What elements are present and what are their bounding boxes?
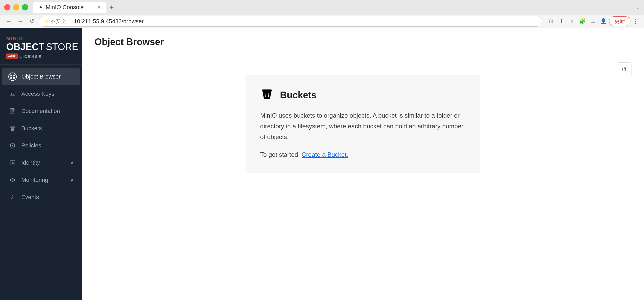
- update-button[interactable]: 更新: [609, 16, 630, 26]
- create-bucket-link[interactable]: Create a Bucket.: [302, 151, 348, 158]
- address-bar[interactable]: ⚠ 不安全 | 10.211.55.9:45433/browser: [39, 16, 542, 27]
- sidebar-item-access-keys[interactable]: Access Keys: [2, 86, 80, 102]
- sidebar-item-monitoring[interactable]: Monitoring ∨: [2, 172, 80, 188]
- sidebar-item-label: Object Browser: [21, 73, 61, 80]
- info-card-title: Buckets: [280, 90, 317, 101]
- translate-button[interactable]: ⊡: [546, 16, 556, 26]
- sidebar-nav: Object Browser Access Keys: [0, 65, 82, 300]
- window-menu[interactable]: ⌄: [635, 4, 640, 10]
- title-bar: ✦ MinIO Console ✕ + ⌄: [0, 0, 644, 15]
- refresh-button[interactable]: ↺: [617, 62, 631, 77]
- svg-rect-3: [13, 77, 15, 79]
- info-card-body: MinIO uses buckets to organize objects. …: [260, 110, 466, 160]
- traffic-light-green[interactable]: [22, 4, 28, 10]
- bucket-icon: [260, 87, 274, 103]
- tab-close-button[interactable]: ✕: [97, 4, 101, 10]
- main-header: Object Browser: [82, 28, 644, 54]
- doc-icon: [8, 107, 17, 115]
- svg-point-5: [11, 93, 12, 95]
- svg-line-20: [14, 128, 14, 130]
- grid-icon: [8, 73, 17, 81]
- license-label: AGPL LICENSE: [6, 53, 76, 59]
- browser-chrome: ✦ MinIO Console ✕ + ⌄ ← → ↺ ⚠ 不安全 | 10.2…: [0, 0, 644, 28]
- license-text: LICENSE: [19, 54, 42, 59]
- svg-line-18: [11, 128, 12, 130]
- browser-menu-button[interactable]: ⋮: [631, 16, 640, 26]
- svg-line-34: [265, 93, 265, 97]
- browser-toolbar: ← → ↺ ⚠ 不安全 | 10.211.55.9:45433/browser …: [0, 15, 644, 28]
- lambda-icon: λ: [8, 193, 17, 201]
- sidebar-item-label: Monitoring: [21, 177, 48, 183]
- monitoring-icon: [8, 176, 17, 184]
- bookmark-button[interactable]: ☆: [567, 16, 577, 26]
- svg-rect-2: [10, 77, 12, 79]
- app-layout: MIN|O OBJECT STORE AGPL LICENSE: [0, 28, 644, 300]
- sidebar: MIN|O OBJECT STORE AGPL LICENSE: [0, 28, 82, 300]
- bucket-nav-icon: [8, 124, 17, 133]
- info-card-cta: To get started, Create a Bucket.: [260, 149, 466, 160]
- sidebar-item-label: Buckets: [21, 125, 42, 132]
- active-tab[interactable]: ✦ MinIO Console ✕: [33, 2, 106, 13]
- identity-icon: [8, 159, 17, 167]
- new-tab-button[interactable]: +: [106, 2, 117, 13]
- main-body: ↺ Buckets MinIO uses b: [82, 54, 644, 300]
- sidebar-item-label: Policies: [21, 142, 41, 149]
- page-title: Object Browser: [94, 37, 631, 47]
- info-card-header: Buckets: [260, 87, 466, 103]
- shield-icon: [8, 141, 17, 150]
- toolbar-actions: ⊡ ⬆ ☆ 🧩 ▭ 👤 更新 ⋮: [546, 16, 640, 26]
- store-text: STORE: [46, 41, 78, 52]
- reader-view-button[interactable]: ▭: [588, 16, 598, 26]
- agpl-badge: AGPL: [6, 53, 18, 59]
- sidebar-item-object-browser[interactable]: Object Browser: [2, 68, 80, 85]
- sidebar-item-label: Identity: [21, 159, 40, 166]
- back-button[interactable]: ←: [4, 17, 14, 26]
- security-warning-icon: ⚠: [44, 19, 48, 24]
- id-card-icon: [8, 90, 17, 98]
- address-warning-text: 不安全: [50, 18, 66, 25]
- sidebar-item-policies[interactable]: Policies: [2, 137, 80, 154]
- address-url: 10.211.55.9:45433/browser: [74, 18, 144, 25]
- sidebar-item-identity[interactable]: Identity ∨: [2, 154, 80, 171]
- svg-rect-33: [262, 89, 272, 92]
- sidebar-logo: MIN|O OBJECT STORE AGPL LICENSE: [0, 28, 82, 65]
- svg-rect-1: [13, 75, 15, 76]
- tab-title: MinIO Console: [46, 4, 84, 11]
- tab-bar: ✦ MinIO Console ✕ +: [33, 2, 635, 13]
- address-separator: |: [69, 18, 71, 25]
- sidebar-item-events[interactable]: λ Events: [2, 189, 80, 206]
- sidebar-item-label: Documentation: [21, 108, 60, 115]
- main-content: Object Browser ↺ Buckets: [82, 28, 644, 300]
- sidebar-item-label: Access Keys: [21, 91, 54, 97]
- object-store-label: OBJECT STORE: [6, 41, 76, 52]
- share-button[interactable]: ⬆: [557, 16, 566, 26]
- svg-point-28: [12, 179, 13, 181]
- object-text: OBJECT: [6, 41, 44, 52]
- svg-point-21: [12, 145, 13, 146]
- svg-rect-0: [10, 75, 12, 76]
- reload-button[interactable]: ↺: [27, 17, 37, 26]
- info-card-description: MinIO uses buckets to organize objects. …: [260, 110, 466, 142]
- cta-text: To get started,: [260, 151, 300, 158]
- monitoring-chevron-icon: ∨: [70, 177, 74, 183]
- sidebar-item-buckets[interactable]: Buckets: [2, 120, 80, 137]
- minio-brand: MIN|O: [6, 35, 76, 41]
- extensions-button[interactable]: 🧩: [578, 16, 587, 26]
- minio-tab-icon: ✦: [39, 4, 43, 10]
- forward-button[interactable]: →: [16, 17, 25, 26]
- traffic-light-yellow[interactable]: [13, 4, 19, 10]
- svg-line-36: [269, 93, 269, 97]
- traffic-lights: [4, 4, 28, 10]
- sidebar-item-label: Events: [21, 194, 39, 201]
- identity-chevron-icon: ∨: [70, 160, 74, 166]
- account-button[interactable]: 👤: [599, 16, 608, 26]
- traffic-light-red[interactable]: [4, 4, 10, 10]
- sidebar-item-documentation[interactable]: Documentation: [2, 103, 80, 119]
- info-card: Buckets MinIO uses buckets to organize o…: [246, 75, 480, 173]
